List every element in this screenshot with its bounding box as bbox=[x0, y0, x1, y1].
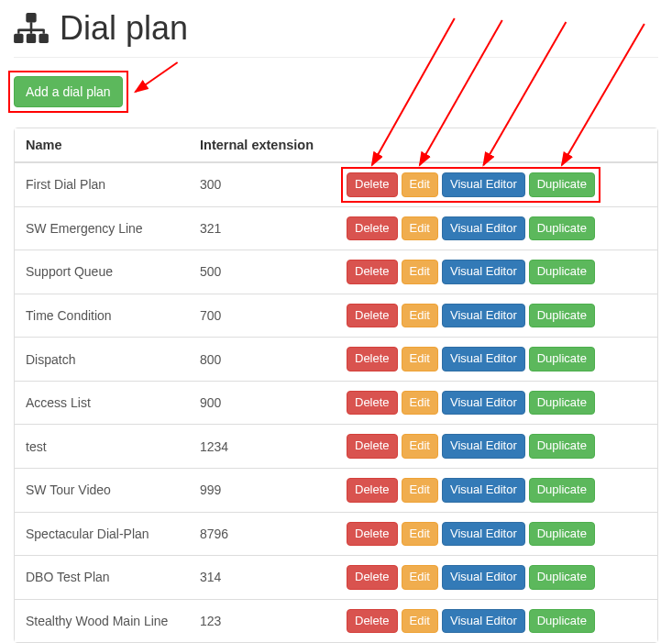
cell-name: DBO Test Plan bbox=[15, 556, 189, 600]
duplicate-button[interactable]: Duplicate bbox=[529, 565, 595, 590]
cell-actions: DeleteEditVisual EditorDuplicate bbox=[336, 599, 657, 642]
dial-plan-table-panel: Name Internal extension First Dial Plan3… bbox=[14, 127, 658, 643]
table-row: Stealthy Wood Main Line123DeleteEditVisu… bbox=[15, 599, 657, 642]
edit-button[interactable]: Edit bbox=[402, 565, 438, 590]
cell-ext: 8796 bbox=[189, 512, 336, 556]
delete-button[interactable]: Delete bbox=[347, 172, 398, 197]
cell-ext: 700 bbox=[189, 294, 336, 338]
cell-actions: DeleteEditVisual EditorDuplicate bbox=[336, 294, 657, 338]
delete-button[interactable]: Delete bbox=[347, 391, 398, 416]
visual-editor-button[interactable]: Visual Editor bbox=[442, 172, 525, 197]
duplicate-button[interactable]: Duplicate bbox=[529, 347, 595, 371]
cell-ext: 500 bbox=[189, 250, 336, 294]
cell-actions: DeleteEditVisual EditorDuplicate bbox=[336, 206, 657, 250]
cell-ext: 123 bbox=[189, 599, 336, 642]
edit-button[interactable]: Edit bbox=[402, 304, 438, 328]
edit-button[interactable]: Edit bbox=[402, 609, 438, 634]
svg-rect-0 bbox=[26, 13, 36, 22]
delete-button[interactable]: Delete bbox=[347, 304, 398, 328]
cell-ext: 800 bbox=[189, 338, 336, 382]
delete-button[interactable]: Delete bbox=[347, 478, 398, 503]
visual-editor-button[interactable]: Visual Editor bbox=[442, 391, 525, 416]
svg-rect-2 bbox=[27, 34, 36, 43]
cell-ext: 300 bbox=[189, 162, 336, 206]
table-row: Support Queue500DeleteEditVisual EditorD… bbox=[15, 250, 657, 294]
delete-button[interactable]: Delete bbox=[347, 347, 398, 371]
visual-editor-button[interactable]: Visual Editor bbox=[442, 434, 525, 459]
table-row: Access List900DeleteEditVisual EditorDup… bbox=[15, 381, 657, 425]
table-row: Time Condition700DeleteEditVisual Editor… bbox=[15, 294, 657, 338]
column-header-name: Name bbox=[15, 128, 189, 162]
duplicate-button[interactable]: Duplicate bbox=[529, 172, 595, 197]
sitemap-icon bbox=[14, 13, 49, 44]
table-row: First Dial Plan300DeleteEditVisual Edito… bbox=[15, 162, 657, 206]
edit-button[interactable]: Edit bbox=[402, 522, 438, 547]
add-dial-plan-button[interactable]: Add a dial plan bbox=[14, 76, 123, 107]
visual-editor-button[interactable]: Visual Editor bbox=[442, 216, 525, 241]
cell-actions: DeleteEditVisual EditorDuplicate bbox=[336, 162, 657, 206]
table-row: test1234DeleteEditVisual EditorDuplicate bbox=[15, 425, 657, 469]
delete-button[interactable]: Delete bbox=[347, 434, 398, 459]
duplicate-button[interactable]: Duplicate bbox=[529, 478, 595, 503]
delete-button[interactable]: Delete bbox=[347, 260, 398, 284]
visual-editor-button[interactable]: Visual Editor bbox=[442, 260, 525, 284]
cell-name: Time Condition bbox=[15, 294, 189, 338]
edit-button[interactable]: Edit bbox=[402, 260, 438, 284]
delete-button[interactable]: Delete bbox=[347, 565, 398, 590]
duplicate-button[interactable]: Duplicate bbox=[529, 522, 595, 547]
edit-button[interactable]: Edit bbox=[402, 478, 438, 503]
cell-ext: 900 bbox=[189, 381, 336, 425]
table-row: Spectacular Dial-Plan8796DeleteEditVisua… bbox=[15, 512, 657, 556]
page-header: Dial plan bbox=[14, 0, 658, 58]
column-header-ext: Internal extension bbox=[189, 128, 336, 162]
cell-name: test bbox=[15, 425, 189, 469]
cell-ext: 314 bbox=[189, 556, 336, 600]
cell-name: Stealthy Wood Main Line bbox=[15, 599, 189, 642]
toolbar: Add a dial plan bbox=[14, 76, 658, 107]
duplicate-button[interactable]: Duplicate bbox=[529, 260, 595, 284]
edit-button[interactable]: Edit bbox=[402, 216, 438, 241]
svg-rect-3 bbox=[39, 34, 49, 43]
svg-rect-1 bbox=[14, 34, 23, 43]
visual-editor-button[interactable]: Visual Editor bbox=[442, 347, 525, 371]
cell-name: Spectacular Dial-Plan bbox=[15, 512, 189, 556]
cell-ext: 1234 bbox=[189, 425, 336, 469]
column-header-actions bbox=[336, 128, 657, 162]
duplicate-button[interactable]: Duplicate bbox=[529, 609, 595, 634]
visual-editor-button[interactable]: Visual Editor bbox=[442, 565, 525, 590]
visual-editor-button[interactable]: Visual Editor bbox=[442, 304, 525, 328]
cell-actions: DeleteEditVisual EditorDuplicate bbox=[336, 468, 657, 512]
cell-actions: DeleteEditVisual EditorDuplicate bbox=[336, 556, 657, 600]
delete-button[interactable]: Delete bbox=[347, 522, 398, 547]
cell-actions: DeleteEditVisual EditorDuplicate bbox=[336, 338, 657, 382]
edit-button[interactable]: Edit bbox=[402, 347, 438, 371]
cell-ext: 999 bbox=[189, 468, 336, 512]
duplicate-button[interactable]: Duplicate bbox=[529, 434, 595, 459]
page-title: Dial plan bbox=[60, 9, 188, 48]
table-row: DBO Test Plan314DeleteEditVisual EditorD… bbox=[15, 556, 657, 600]
duplicate-button[interactable]: Duplicate bbox=[529, 391, 595, 416]
cell-name: Dispatch bbox=[15, 338, 189, 382]
delete-button[interactable]: Delete bbox=[347, 216, 398, 241]
edit-button[interactable]: Edit bbox=[402, 391, 438, 416]
dial-plan-table: Name Internal extension First Dial Plan3… bbox=[15, 128, 657, 642]
table-row: SW Emergency Line321DeleteEditVisual Edi… bbox=[15, 206, 657, 250]
visual-editor-button[interactable]: Visual Editor bbox=[442, 609, 525, 634]
cell-name: SW Emergency Line bbox=[15, 206, 189, 250]
edit-button[interactable]: Edit bbox=[402, 172, 438, 197]
table-row: Dispatch800DeleteEditVisual EditorDuplic… bbox=[15, 338, 657, 382]
duplicate-button[interactable]: Duplicate bbox=[529, 304, 595, 328]
cell-actions: DeleteEditVisual EditorDuplicate bbox=[336, 425, 657, 469]
cell-name: First Dial Plan bbox=[15, 162, 189, 206]
delete-button[interactable]: Delete bbox=[347, 609, 398, 634]
cell-ext: 321 bbox=[189, 206, 336, 250]
duplicate-button[interactable]: Duplicate bbox=[529, 216, 595, 241]
cell-name: Support Queue bbox=[15, 250, 189, 294]
cell-actions: DeleteEditVisual EditorDuplicate bbox=[336, 381, 657, 425]
edit-button[interactable]: Edit bbox=[402, 434, 438, 459]
visual-editor-button[interactable]: Visual Editor bbox=[442, 478, 525, 503]
cell-name: Access List bbox=[15, 381, 189, 425]
visual-editor-button[interactable]: Visual Editor bbox=[442, 522, 525, 547]
cell-actions: DeleteEditVisual EditorDuplicate bbox=[336, 512, 657, 556]
cell-actions: DeleteEditVisual EditorDuplicate bbox=[336, 250, 657, 294]
